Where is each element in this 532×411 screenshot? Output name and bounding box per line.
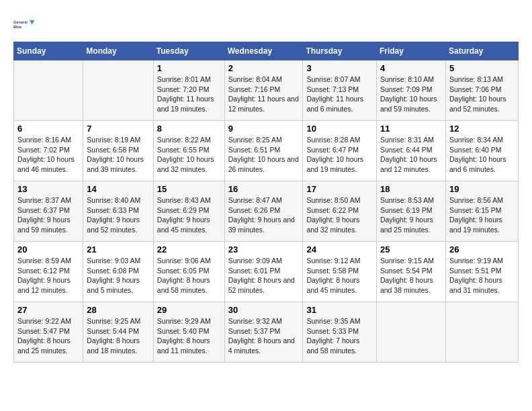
calendar-cell: 7Sunrise: 8:19 AMSunset: 6:58 PMDaylight… [83,121,153,181]
day-info: Sunrise: 9:15 AMSunset: 5:54 PMDaylight:… [380,256,442,295]
calendar-cell: 5Sunrise: 8:13 AMSunset: 7:06 PMDaylight… [445,60,518,121]
day-info: Sunrise: 9:29 AMSunset: 5:40 PMDaylight:… [157,316,221,356]
svg-marker-2 [30,20,34,25]
day-info: Sunrise: 9:09 AMSunset: 6:01 PMDaylight:… [228,256,300,295]
day-info: Sunrise: 8:40 AMSunset: 6:33 PMDaylight:… [87,195,149,235]
day-info: Sunrise: 9:03 AMSunset: 6:08 PMDaylight:… [87,256,149,295]
calendar-cell: 30Sunrise: 9:32 AMSunset: 5:37 PMDayligh… [224,302,303,363]
calendar-cell: 10Sunrise: 8:28 AMSunset: 6:47 PMDayligh… [303,121,377,181]
day-number: 26 [449,244,515,255]
logo: GeneralBlue [13,13,35,35]
calendar-cell: 24Sunrise: 9:12 AMSunset: 5:58 PMDayligh… [303,242,377,302]
day-info: Sunrise: 8:22 AMSunset: 6:55 PMDaylight:… [157,135,221,175]
day-number: 21 [87,244,149,255]
day-number: 18 [380,184,442,194]
header-cell-sunday: Sunday [14,42,83,60]
day-info: Sunrise: 8:19 AMSunset: 6:58 PMDaylight:… [87,135,149,175]
calendar-cell: 21Sunrise: 9:03 AMSunset: 6:08 PMDayligh… [83,242,153,302]
calendar-week-3: 13Sunrise: 8:37 AMSunset: 6:37 PMDayligh… [14,181,519,242]
header-cell-friday: Friday [376,42,445,60]
calendar-cell: 19Sunrise: 8:56 AMSunset: 6:15 PMDayligh… [445,181,518,242]
calendar-cell: 27Sunrise: 9:22 AMSunset: 5:47 PMDayligh… [14,302,83,363]
calendar-cell: 16Sunrise: 8:47 AMSunset: 6:26 PMDayligh… [224,181,303,242]
day-info: Sunrise: 8:43 AMSunset: 6:29 PMDaylight:… [157,195,221,235]
calendar-table: SundayMondayTuesdayWednesdayThursdayFrid… [13,42,519,363]
calendar-cell [83,60,153,121]
svg-text:General: General [13,20,28,24]
calendar-cell: 23Sunrise: 9:09 AMSunset: 6:01 PMDayligh… [224,242,303,302]
calendar-cell: 12Sunrise: 8:34 AMSunset: 6:40 PMDayligh… [445,121,518,181]
day-info: Sunrise: 9:22 AMSunset: 5:47 PMDaylight:… [17,316,79,356]
header-cell-saturday: Saturday [445,42,518,60]
day-number: 12 [449,124,515,134]
calendar-cell: 26Sunrise: 9:19 AMSunset: 5:51 PMDayligh… [445,242,518,302]
calendar-cell: 1Sunrise: 8:01 AMSunset: 7:20 PMDaylight… [153,60,224,121]
calendar-cell: 2Sunrise: 8:04 AMSunset: 7:16 PMDaylight… [224,60,303,121]
calendar-cell: 17Sunrise: 8:50 AMSunset: 6:22 PMDayligh… [303,181,377,242]
day-number: 13 [17,184,79,194]
calendar-week-1: 1Sunrise: 8:01 AMSunset: 7:20 PMDaylight… [14,60,519,121]
day-number: 28 [87,305,149,315]
calendar-week-5: 27Sunrise: 9:22 AMSunset: 5:47 PMDayligh… [14,302,519,363]
calendar-cell: 11Sunrise: 8:31 AMSunset: 6:44 PMDayligh… [376,121,445,181]
logo-icon: GeneralBlue [13,13,35,35]
day-info: Sunrise: 8:59 AMSunset: 6:12 PMDaylight:… [17,256,79,295]
day-number: 11 [380,124,442,134]
day-number: 1 [157,63,221,73]
day-number: 20 [17,244,79,255]
day-info: Sunrise: 8:07 AMSunset: 7:13 PMDaylight:… [306,75,373,114]
day-info: Sunrise: 9:19 AMSunset: 5:51 PMDaylight:… [449,256,515,295]
day-number: 27 [17,305,79,315]
day-number: 25 [380,244,442,255]
header-cell-tuesday: Tuesday [153,42,224,60]
day-number: 3 [306,63,373,73]
day-number: 15 [157,184,221,194]
day-info: Sunrise: 8:25 AMSunset: 6:51 PMDaylight:… [228,135,300,175]
calendar-cell: 15Sunrise: 8:43 AMSunset: 6:29 PMDayligh… [153,181,224,242]
day-info: Sunrise: 8:13 AMSunset: 7:06 PMDaylight:… [449,75,515,114]
day-number: 7 [87,124,149,134]
day-number: 9 [228,124,300,134]
calendar-header: SundayMondayTuesdayWednesdayThursdayFrid… [14,42,519,60]
day-info: Sunrise: 8:01 AMSunset: 7:20 PMDaylight:… [157,75,221,114]
calendar-cell [376,302,445,363]
calendar-cell: 20Sunrise: 8:59 AMSunset: 6:12 PMDayligh… [14,242,83,302]
day-number: 22 [157,244,221,255]
calendar-week-2: 6Sunrise: 8:16 AMSunset: 7:02 PMDaylight… [14,121,519,181]
day-number: 23 [228,244,300,255]
calendar-cell: 29Sunrise: 9:29 AMSunset: 5:40 PMDayligh… [153,302,224,363]
day-number: 16 [228,184,300,194]
day-number: 30 [228,305,300,315]
calendar-cell: 3Sunrise: 8:07 AMSunset: 7:13 PMDaylight… [303,60,377,121]
day-number: 8 [157,124,221,134]
calendar-cell: 31Sunrise: 9:35 AMSunset: 5:33 PMDayligh… [303,302,377,363]
day-info: Sunrise: 8:04 AMSunset: 7:16 PMDaylight:… [228,75,300,114]
day-info: Sunrise: 8:56 AMSunset: 6:15 PMDaylight:… [449,195,515,235]
day-number: 31 [306,305,373,315]
calendar-cell: 22Sunrise: 9:06 AMSunset: 6:05 PMDayligh… [153,242,224,302]
day-info: Sunrise: 9:12 AMSunset: 5:58 PMDaylight:… [306,256,373,295]
day-info: Sunrise: 9:35 AMSunset: 5:33 PMDaylight:… [306,316,373,356]
calendar-body: 1Sunrise: 8:01 AMSunset: 7:20 PMDaylight… [14,60,519,363]
calendar-cell: 28Sunrise: 9:25 AMSunset: 5:44 PMDayligh… [83,302,153,363]
day-number: 2 [228,63,300,73]
day-number: 10 [306,124,373,134]
calendar-cell: 18Sunrise: 8:53 AMSunset: 6:19 PMDayligh… [376,181,445,242]
day-info: Sunrise: 8:34 AMSunset: 6:40 PMDaylight:… [449,135,515,175]
svg-text:Blue: Blue [13,25,21,29]
calendar-cell: 25Sunrise: 9:15 AMSunset: 5:54 PMDayligh… [376,242,445,302]
day-number: 29 [157,305,221,315]
day-number: 4 [380,63,442,73]
page-header: GeneralBlue [13,13,519,35]
calendar-cell: 9Sunrise: 8:25 AMSunset: 6:51 PMDaylight… [224,121,303,181]
day-number: 5 [449,63,515,73]
day-info: Sunrise: 8:31 AMSunset: 6:44 PMDaylight:… [380,135,442,175]
calendar-cell: 8Sunrise: 8:22 AMSunset: 6:55 PMDaylight… [153,121,224,181]
day-info: Sunrise: 8:10 AMSunset: 7:09 PMDaylight:… [380,75,442,114]
day-number: 14 [87,184,149,194]
day-info: Sunrise: 8:28 AMSunset: 6:47 PMDaylight:… [306,135,373,175]
calendar-cell [14,60,83,121]
day-info: Sunrise: 8:37 AMSunset: 6:37 PMDaylight:… [17,195,79,235]
header-row: SundayMondayTuesdayWednesdayThursdayFrid… [14,42,519,60]
day-info: Sunrise: 8:53 AMSunset: 6:19 PMDaylight:… [380,195,442,235]
